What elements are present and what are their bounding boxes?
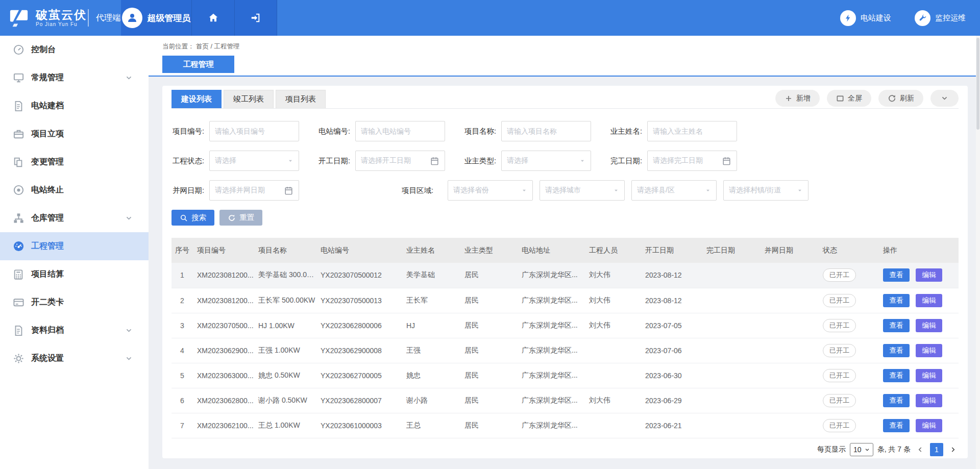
gear-icon: [12, 353, 24, 365]
edit-button[interactable]: 编辑: [916, 369, 942, 382]
view-button[interactable]: 查看: [883, 294, 910, 307]
collapse-button[interactable]: [930, 90, 959, 107]
sidebar-item-label: 变更管理: [31, 157, 64, 167]
cell-finish-date: [702, 338, 761, 363]
filter-label: 业主类型:: [463, 156, 501, 166]
quick-link-0[interactable]: 电站建设: [840, 10, 891, 26]
region-select-3[interactable]: 请选择村镇/街道: [723, 180, 808, 201]
logo: 破茧云伏 Po Jian Yun Fu 代理端: [0, 0, 121, 36]
pagination: 每页显示 10 条, 共 7 条 1: [172, 443, 959, 456]
cell-start-date: 2023-06-29: [641, 388, 702, 413]
view-button[interactable]: 查看: [883, 344, 910, 357]
edit-button[interactable]: 编辑: [916, 419, 942, 432]
filter-input[interactable]: [209, 121, 299, 141]
refresh-icon: [888, 94, 896, 103]
filter-input[interactable]: [647, 121, 737, 141]
sidebar-item-8[interactable]: 项目结算: [0, 260, 149, 288]
edit-button[interactable]: 编辑: [916, 344, 942, 357]
plus-icon: [785, 94, 793, 103]
edit-button[interactable]: 编辑: [916, 268, 942, 282]
tab-0[interactable]: 建设列表: [172, 90, 222, 108]
filter-label: 项目区域:: [402, 186, 432, 195]
cell-start-date: 2023-07-06: [641, 338, 702, 363]
cell-seq: 7: [172, 413, 193, 438]
status-badge: 已开工: [823, 268, 856, 282]
date-placeholder: 请选择完工日期: [653, 156, 722, 165]
archive-icon: [12, 325, 24, 337]
filter-input[interactable]: [501, 121, 591, 141]
view-button[interactable]: 查看: [883, 394, 910, 407]
per-page-select[interactable]: 10: [850, 443, 873, 456]
cell-start-date: 2023-08-12: [641, 263, 702, 288]
sidebar-item-0[interactable]: 控制台: [0, 36, 149, 64]
scrollbar-thumb[interactable]: [976, 38, 979, 130]
sidebar-item-11[interactable]: 系统设置: [0, 344, 149, 373]
cell-owner-name: 王强: [402, 338, 460, 363]
gauge-icon: [12, 240, 24, 253]
view-button[interactable]: 查看: [883, 319, 910, 332]
sidebar-item-6[interactable]: 仓库管理: [0, 204, 149, 232]
logout-button[interactable]: [235, 0, 277, 36]
tab-label: 项目列表: [285, 94, 316, 104]
view-button[interactable]: 查看: [883, 369, 910, 382]
cell-engineer: 刘大伟: [585, 263, 641, 288]
tab-1[interactable]: 竣工列表: [224, 90, 274, 108]
edit-button[interactable]: 编辑: [916, 294, 942, 307]
cell-project-name: 王强 1.00KW: [254, 338, 316, 363]
page-number-button[interactable]: 1: [930, 443, 943, 456]
page-tab[interactable]: 工程管理: [162, 56, 234, 73]
column-header: 并网日期: [761, 238, 819, 263]
sidebar: 控制台常规管理电站建档项目立项变更管理电站终止仓库管理工程管理项目结算开二类卡资…: [0, 36, 149, 469]
filter-label: 项目名称:: [463, 127, 501, 136]
column-header: 状态: [819, 238, 879, 263]
sidebar-item-1[interactable]: 常规管理: [0, 64, 149, 92]
cell-owner-type: 居民: [460, 388, 518, 413]
chevron-down-icon: [122, 72, 135, 84]
region-select-0[interactable]: 请选择省份: [448, 180, 533, 201]
document-icon: [12, 100, 24, 112]
region-select-1[interactable]: 请选择城市: [540, 180, 625, 201]
select-placeholder: 请选择: [507, 156, 579, 165]
sidebar-item-5[interactable]: 电站终止: [0, 176, 149, 204]
edit-button[interactable]: 编辑: [916, 319, 942, 332]
prev-page-button[interactable]: [915, 443, 926, 456]
cell-project-no: XM2023062100...: [193, 413, 254, 438]
filter-date[interactable]: 请选择并网日期: [209, 180, 299, 201]
sidebar-item-9[interactable]: 开二类卡: [0, 288, 149, 316]
view-button[interactable]: 查看: [883, 419, 910, 432]
filter-select[interactable]: 请选择: [209, 151, 299, 171]
home-button[interactable]: [192, 0, 235, 36]
sidebar-item-4[interactable]: 变更管理: [0, 148, 149, 176]
search-button[interactable]: 搜索: [172, 210, 214, 226]
filter-label: 开工日期:: [317, 156, 355, 166]
action-button-1[interactable]: 全屏: [827, 90, 871, 107]
edit-button[interactable]: 编辑: [916, 394, 942, 407]
cell-owner-name: 姚忠: [402, 363, 460, 388]
status-badge: 已开工: [823, 344, 856, 357]
fullscreen-icon: [836, 94, 844, 103]
action-button-2[interactable]: 刷新: [878, 90, 923, 107]
filter-input[interactable]: [355, 121, 445, 141]
filter-date[interactable]: 请选择开工日期: [355, 151, 445, 171]
cell-seq: 5: [172, 363, 193, 388]
sidebar-item-10[interactable]: 资料归档: [0, 316, 149, 344]
quick-link-1[interactable]: 监控运维: [915, 10, 966, 26]
filter-field-2-0: 并网日期:请选择并网日期: [172, 180, 299, 201]
reset-button[interactable]: 重置: [219, 210, 262, 226]
tab-2[interactable]: 项目列表: [276, 90, 326, 108]
region-select-2[interactable]: 请选择县/区: [631, 180, 717, 201]
content-card: 建设列表竣工列表项目列表 新增全屏刷新 项目编号:电站编号:项目名称:业主姓名:…: [162, 86, 968, 458]
cell-project-name: 王总 1.00KW: [254, 413, 316, 438]
table-row-1: 2XM2023081200...王长军 500.00KWYX2023070500…: [172, 288, 959, 313]
sidebar-item-2[interactable]: 电站建档: [0, 92, 149, 120]
sidebar-item-3[interactable]: 项目立项: [0, 120, 149, 148]
filter-date[interactable]: 请选择完工日期: [647, 151, 737, 171]
action-button-0[interactable]: 新增: [775, 90, 820, 107]
user-menu[interactable]: 超级管理员: [121, 0, 192, 36]
sidebar-item-7[interactable]: 工程管理: [0, 232, 149, 260]
next-page-button[interactable]: [947, 443, 959, 456]
filter-select[interactable]: 请选择: [501, 151, 591, 171]
view-button[interactable]: 查看: [883, 268, 910, 282]
filter-field-0-2: 项目名称:: [463, 121, 591, 141]
scrollbar-track[interactable]: [976, 36, 980, 469]
